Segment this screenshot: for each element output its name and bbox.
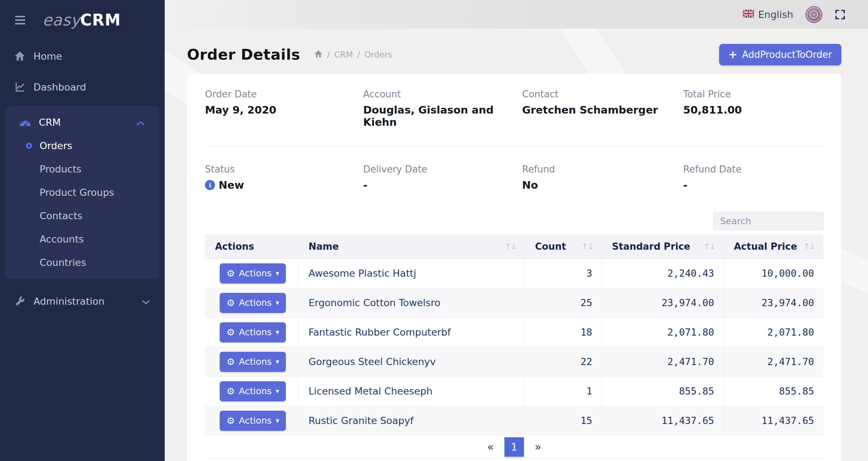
sort-icon: ↑↓ [703,242,715,251]
info-icon[interactable]: i [205,180,215,190]
table-row: ⚙Actions▾ Rustic Granite Soapyf 15 11,43… [205,406,823,435]
actual-price-cell: 855.85 [724,377,823,406]
row-actions-button[interactable]: ⚙Actions▾ [220,381,286,401]
breadcrumb-orders[interactable]: Orders [364,50,392,59]
field-status: Status i New [205,164,363,191]
caret-down-icon: ▾ [276,417,279,424]
field-value: Douglas, Gislason and Kiehn [363,104,522,128]
count-cell: 22 [525,347,602,376]
sort-icon: ↑↓ [581,242,593,251]
field-label: Account [363,89,522,100]
column-header-standard-price[interactable]: Standard Price↑↓ [602,235,724,258]
product-name-cell: Fantastic Rubber Computerbf [298,318,525,347]
gear-icon: ⚙ [227,269,235,278]
search-input[interactable] [713,212,823,230]
row-actions-button[interactable]: ⚙Actions▾ [220,293,286,313]
sidebar-item-label: Orders [40,140,72,151]
field-label: Delivery Date [363,164,522,175]
field-label: Refund Date [683,164,823,175]
count-cell: 3 [525,259,602,288]
breadcrumb: / CRM / Orders [314,50,392,60]
count-cell: 18 [525,318,602,347]
standard-price-cell: 11,437.65 [602,406,724,435]
actual-price-cell: 11,437.65 [724,406,823,435]
pagination-next[interactable]: » [535,442,541,452]
field-label: Order Date [205,89,363,100]
field-total-price: Total Price 50,811.00 [683,89,823,128]
field-label: Refund [522,164,683,175]
gear-icon: ⚙ [227,298,235,308]
actual-price-cell: 10,000.00 [724,259,823,288]
status-badge: New [219,179,244,191]
sidebar-item-contacts[interactable]: Contacts [5,204,159,227]
caret-down-icon: ▾ [276,329,279,336]
field-label: Total Price [683,89,823,100]
column-header-name[interactable]: Name↑↓ [298,235,525,258]
field-value: No [522,179,683,191]
sidebar-item-accounts[interactable]: Accounts [5,227,159,251]
user-avatar[interactable] [805,6,822,23]
order-info-row-2: Status i New Delivery Date - Refund No R… [205,164,823,191]
table-row: ⚙Actions▾ Fantastic Rubber Computerbf 18… [205,318,823,347]
caret-down-icon: ▾ [276,388,279,395]
sort-icon: ↑↓ [803,242,815,251]
column-header-actual-price[interactable]: Actual Price↑↓ [724,235,823,258]
topbar: English [165,0,868,29]
add-button-label: AddProductToOrder [742,49,832,60]
caret-down-icon: ▾ [276,358,279,365]
product-name-cell: Rustic Granite Soapyf [298,406,525,435]
breadcrumb-crm[interactable]: CRM [334,50,353,59]
sidebar-item-product-groups[interactable]: Product Groups [5,181,159,204]
table-header-row: Actions Name↑↓ Count↑↓ Standard Price↑↓ … [205,235,823,259]
field-value: May 9, 2020 [205,104,363,116]
pagination-page-1[interactable]: 1 [504,437,524,457]
sidebar-item-label: CRM [39,117,61,128]
sidebar-item-countries[interactable]: Countries [5,251,159,274]
field-value: - [683,179,823,191]
field-contact: Contact Gretchen Schamberger [522,89,683,128]
sidebar-logo-row: easyCRM [0,0,165,29]
hamburger-menu-icon[interactable] [15,16,25,24]
wrench-icon [14,296,26,306]
gear-icon: ⚙ [227,357,235,367]
field-refund-date: Refund Date - [683,164,823,191]
chart-line-icon [14,82,26,92]
field-value: 50,811.00 [683,104,823,116]
sidebar-item-orders[interactable]: Orders [5,134,159,157]
breadcrumb-home-icon[interactable] [314,50,323,60]
app-logo: easyCRM [42,11,121,29]
pagination-prev[interactable]: « [487,442,494,452]
home-icon [14,51,26,61]
sidebar-item-label: Product Groups [40,187,114,198]
add-product-to-order-button[interactable]: + AddProductToOrder [719,44,841,65]
column-header-actions: Actions [205,235,298,258]
row-actions-button[interactable]: ⚙Actions▾ [220,411,286,431]
sidebar-item-dashboard[interactable]: Dashboard [0,75,165,99]
row-actions-button[interactable]: ⚙Actions▾ [220,263,286,283]
product-name-cell: Gorgeous Steel Chickenyv [298,347,525,376]
sidebar-item-label: Administration [33,296,105,307]
sidebar-item-products[interactable]: Products [5,157,159,181]
product-name-cell: Awesome Plastic Hattj [298,259,525,288]
order-products-table: Actions Name↑↓ Count↑↓ Standard Price↑↓ … [205,235,823,459]
column-header-count[interactable]: Count↑↓ [525,235,602,258]
page-title: Order Details [187,46,300,63]
actual-price-cell: 2,071.80 [724,318,823,347]
sidebar-item-home[interactable]: Home [0,44,165,68]
table-row: ⚙Actions▾ Licensed Metal Cheeseph 1 855.… [205,377,823,406]
standard-price-cell: 23,974.00 [602,288,724,317]
row-actions-button[interactable]: ⚙Actions▾ [220,352,286,372]
field-refund: Refund No [522,164,683,191]
field-label: Status [205,164,363,175]
row-actions-button[interactable]: ⚙Actions▾ [220,322,286,342]
main-content: Order Details / CRM / Orders + AddProduc… [165,29,868,461]
sidebar-item-crm[interactable]: CRM [5,110,159,134]
language-selector[interactable]: English [743,9,794,20]
language-label: English [758,9,794,20]
sidebar-item-administration[interactable]: Administration [0,289,165,313]
card-divider [205,146,823,147]
actual-price-cell: 23,974.00 [724,288,823,317]
logo-easy: easy [42,11,80,29]
sidebar-item-label: Countries [40,257,86,268]
fullscreen-icon[interactable] [835,9,846,20]
